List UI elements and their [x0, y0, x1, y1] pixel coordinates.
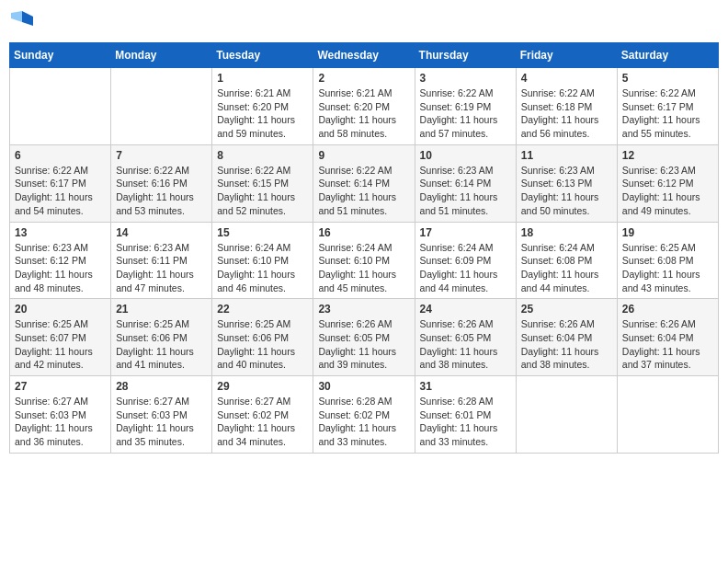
day-number: 20	[15, 303, 106, 316]
calendar-cell: 30Sunrise: 6:28 AM Sunset: 6:02 PM Dayli…	[313, 376, 415, 454]
day-number: 27	[15, 380, 106, 393]
calendar-cell: 18Sunrise: 6:24 AM Sunset: 6:08 PM Dayli…	[516, 222, 617, 299]
day-number: 9	[318, 149, 409, 162]
calendar-cell: 24Sunrise: 6:26 AM Sunset: 6:05 PM Dayli…	[415, 299, 516, 376]
day-detail: Sunrise: 6:22 AM Sunset: 6:18 PM Dayligh…	[521, 86, 612, 141]
day-number: 26	[622, 303, 713, 316]
day-detail: Sunrise: 6:24 AM Sunset: 6:08 PM Dayligh…	[521, 241, 612, 295]
calendar-cell	[10, 68, 111, 145]
day-detail: Sunrise: 6:23 AM Sunset: 6:12 PM Dayligh…	[622, 164, 713, 218]
day-detail: Sunrise: 6:22 AM Sunset: 6:17 PM Dayligh…	[622, 86, 713, 141]
calendar-week-3: 13Sunrise: 6:23 AM Sunset: 6:12 PM Dayli…	[10, 222, 719, 299]
calendar-cell: 15Sunrise: 6:24 AM Sunset: 6:10 PM Dayli…	[212, 222, 313, 299]
day-number: 21	[116, 303, 207, 316]
calendar-week-2: 6Sunrise: 6:22 AM Sunset: 6:17 PM Daylig…	[10, 144, 719, 222]
day-number: 1	[217, 72, 308, 85]
day-number: 15	[217, 226, 308, 239]
day-number: 29	[217, 380, 308, 393]
day-detail: Sunrise: 6:28 AM Sunset: 6:01 PM Dayligh…	[420, 395, 511, 449]
svg-marker-2	[11, 11, 22, 22]
day-detail: Sunrise: 6:25 AM Sunset: 6:07 PM Dayligh…	[15, 317, 106, 372]
day-number: 31	[420, 380, 511, 393]
day-detail: Sunrise: 6:27 AM Sunset: 6:03 PM Dayligh…	[116, 395, 207, 449]
day-number: 30	[318, 380, 409, 393]
day-detail: Sunrise: 6:25 AM Sunset: 6:06 PM Dayligh…	[116, 317, 207, 372]
day-detail: Sunrise: 6:24 AM Sunset: 6:10 PM Dayligh…	[217, 241, 308, 295]
day-number: 7	[116, 149, 207, 162]
calendar-header-friday: Friday	[516, 43, 617, 68]
calendar-cell: 16Sunrise: 6:24 AM Sunset: 6:10 PM Dayli…	[313, 222, 415, 299]
day-detail: Sunrise: 6:22 AM Sunset: 6:15 PM Dayligh…	[217, 164, 308, 218]
calendar-header-tuesday: Tuesday	[212, 43, 313, 68]
calendar-header-monday: Monday	[111, 43, 212, 68]
calendar-cell: 9Sunrise: 6:22 AM Sunset: 6:14 PM Daylig…	[313, 144, 415, 222]
calendar-cell: 21Sunrise: 6:25 AM Sunset: 6:06 PM Dayli…	[111, 299, 212, 376]
day-number: 25	[521, 303, 612, 316]
day-detail: Sunrise: 6:23 AM Sunset: 6:12 PM Dayligh…	[15, 241, 106, 295]
day-number: 23	[318, 303, 409, 316]
calendar-cell: 13Sunrise: 6:23 AM Sunset: 6:12 PM Dayli…	[10, 222, 111, 299]
day-detail: Sunrise: 6:22 AM Sunset: 6:14 PM Dayligh…	[318, 164, 409, 218]
day-detail: Sunrise: 6:24 AM Sunset: 6:09 PM Dayligh…	[420, 241, 511, 295]
calendar-cell: 4Sunrise: 6:22 AM Sunset: 6:18 PM Daylig…	[516, 68, 617, 145]
calendar-cell: 11Sunrise: 6:23 AM Sunset: 6:13 PM Dayli…	[516, 144, 617, 222]
calendar-cell: 10Sunrise: 6:23 AM Sunset: 6:14 PM Dayli…	[415, 144, 516, 222]
calendar-cell: 2Sunrise: 6:21 AM Sunset: 6:20 PM Daylig…	[313, 68, 415, 145]
calendar-cell: 28Sunrise: 6:27 AM Sunset: 6:03 PM Dayli…	[111, 376, 212, 454]
calendar-cell	[617, 376, 718, 454]
calendar-cell: 31Sunrise: 6:28 AM Sunset: 6:01 PM Dayli…	[415, 376, 516, 454]
day-number: 6	[15, 149, 106, 162]
svg-marker-1	[22, 11, 33, 26]
day-detail: Sunrise: 6:26 AM Sunset: 6:04 PM Dayligh…	[521, 317, 612, 372]
day-number: 8	[217, 149, 308, 162]
logo	[9, 9, 39, 35]
day-number: 2	[318, 72, 409, 85]
day-detail: Sunrise: 6:26 AM Sunset: 6:05 PM Dayligh…	[318, 317, 409, 372]
calendar-cell: 25Sunrise: 6:26 AM Sunset: 6:04 PM Dayli…	[516, 299, 617, 376]
day-detail: Sunrise: 6:24 AM Sunset: 6:10 PM Dayligh…	[318, 241, 409, 295]
calendar-cell: 7Sunrise: 6:22 AM Sunset: 6:16 PM Daylig…	[111, 144, 212, 222]
calendar-week-4: 20Sunrise: 6:25 AM Sunset: 6:07 PM Dayli…	[10, 299, 719, 376]
day-detail: Sunrise: 6:27 AM Sunset: 6:03 PM Dayligh…	[15, 395, 106, 449]
calendar-body: 1Sunrise: 6:21 AM Sunset: 6:20 PM Daylig…	[10, 68, 719, 454]
calendar-cell: 23Sunrise: 6:26 AM Sunset: 6:05 PM Dayli…	[313, 299, 415, 376]
day-detail: Sunrise: 6:26 AM Sunset: 6:05 PM Dayligh…	[420, 317, 511, 372]
day-detail: Sunrise: 6:28 AM Sunset: 6:02 PM Dayligh…	[318, 395, 409, 449]
calendar-header-wednesday: Wednesday	[313, 43, 415, 68]
day-number: 13	[15, 226, 106, 239]
calendar-cell: 19Sunrise: 6:25 AM Sunset: 6:08 PM Dayli…	[617, 222, 718, 299]
calendar-cell: 14Sunrise: 6:23 AM Sunset: 6:11 PM Dayli…	[111, 222, 212, 299]
day-detail: Sunrise: 6:21 AM Sunset: 6:20 PM Dayligh…	[318, 86, 409, 141]
calendar-cell: 3Sunrise: 6:22 AM Sunset: 6:19 PM Daylig…	[415, 68, 516, 145]
day-number: 16	[318, 226, 409, 239]
day-number: 14	[116, 226, 207, 239]
day-number: 3	[420, 72, 511, 85]
calendar-cell: 17Sunrise: 6:24 AM Sunset: 6:09 PM Dayli…	[415, 222, 516, 299]
calendar-cell: 5Sunrise: 6:22 AM Sunset: 6:17 PM Daylig…	[617, 68, 718, 145]
calendar-header-row: SundayMondayTuesdayWednesdayThursdayFrid…	[10, 43, 719, 68]
day-detail: Sunrise: 6:23 AM Sunset: 6:11 PM Dayligh…	[116, 241, 207, 295]
day-number: 22	[217, 303, 308, 316]
day-detail: Sunrise: 6:22 AM Sunset: 6:17 PM Dayligh…	[15, 164, 106, 218]
calendar-header-saturday: Saturday	[617, 43, 718, 68]
day-number: 10	[420, 149, 511, 162]
calendar-cell	[111, 68, 212, 145]
day-number: 24	[420, 303, 511, 316]
calendar-cell: 22Sunrise: 6:25 AM Sunset: 6:06 PM Dayli…	[212, 299, 313, 376]
day-number: 4	[521, 72, 612, 85]
day-detail: Sunrise: 6:27 AM Sunset: 6:02 PM Dayligh…	[217, 395, 308, 449]
calendar-cell: 6Sunrise: 6:22 AM Sunset: 6:17 PM Daylig…	[10, 144, 111, 222]
calendar-cell: 12Sunrise: 6:23 AM Sunset: 6:12 PM Dayli…	[617, 144, 718, 222]
day-number: 17	[420, 226, 511, 239]
calendar-cell: 29Sunrise: 6:27 AM Sunset: 6:02 PM Dayli…	[212, 376, 313, 454]
day-detail: Sunrise: 6:25 AM Sunset: 6:08 PM Dayligh…	[622, 241, 713, 295]
calendar-cell	[516, 376, 617, 454]
calendar-cell: 27Sunrise: 6:27 AM Sunset: 6:03 PM Dayli…	[10, 376, 111, 454]
day-number: 5	[622, 72, 713, 85]
calendar-cell: 1Sunrise: 6:21 AM Sunset: 6:20 PM Daylig…	[212, 68, 313, 145]
calendar-cell: 20Sunrise: 6:25 AM Sunset: 6:07 PM Dayli…	[10, 299, 111, 376]
day-number: 11	[521, 149, 612, 162]
day-detail: Sunrise: 6:21 AM Sunset: 6:20 PM Dayligh…	[217, 86, 308, 141]
calendar-week-5: 27Sunrise: 6:27 AM Sunset: 6:03 PM Dayli…	[10, 376, 719, 454]
day-number: 28	[116, 380, 207, 393]
